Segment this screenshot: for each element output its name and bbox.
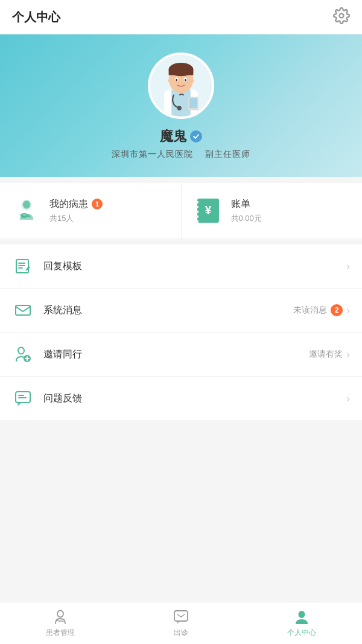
menu-item-reply-template[interactable]: 回复模板 ›: [0, 244, 362, 289]
svg-point-34: [299, 611, 305, 618]
verified-badge: [190, 130, 202, 142]
invite-peer-label: 邀请同行: [43, 348, 299, 361]
patient-tab-icon: [52, 608, 69, 625]
patient-mgmt-tab-label: 患者管理: [46, 628, 75, 638]
svg-point-0: [340, 14, 344, 18]
svg-point-13: [192, 80, 195, 82]
svg-rect-31: [16, 392, 30, 403]
tab-patient-mgmt[interactable]: 患者管理: [0, 602, 121, 644]
edit-icon: [12, 255, 34, 277]
profile-name: 魔鬼: [160, 127, 186, 145]
patient-stat-info: 我的病患 1 共15人: [49, 198, 103, 224]
chevron-icon: ›: [346, 392, 350, 405]
svg-point-32: [57, 611, 63, 617]
svg-rect-15: [189, 98, 197, 108]
invite-peer-right: 邀请有奖 ›: [309, 348, 350, 361]
menu-section: 回复模板 › 系统消息 未读消息 2 ›: [0, 244, 362, 420]
consultation-tab-icon: [173, 608, 189, 625]
patient-icon: [12, 196, 41, 225]
feedback-label: 问题反馈: [43, 392, 337, 405]
profile-subtitle: 深圳市第一人民医院 副主任医师: [112, 149, 250, 160]
svg-text:¥: ¥: [205, 203, 212, 217]
chevron-icon: ›: [346, 348, 350, 361]
chevron-icon: ›: [346, 304, 350, 317]
svg-rect-27: [16, 260, 28, 273]
bill-stat-info: 账单 共0.00元: [231, 198, 262, 224]
svg-point-4: [177, 106, 182, 110]
bill-stat-label: 账单: [231, 198, 250, 211]
svg-rect-24: [196, 215, 198, 218]
settings-button[interactable]: [333, 7, 350, 27]
svg-point-12: [168, 80, 170, 82]
patient-badge: 1: [92, 199, 103, 209]
tab-consultation[interactable]: 出诊: [121, 602, 241, 644]
reply-template-right: ›: [346, 260, 350, 273]
svg-point-11: [185, 79, 186, 81]
unread-badge: 2: [331, 304, 343, 316]
svg-rect-25: [196, 220, 198, 223]
svg-point-29: [18, 348, 24, 354]
tab-profile-center[interactable]: 个人中心: [241, 602, 362, 644]
stats-section: 我的病患 1 共15人 ¥: [0, 183, 362, 238]
menu-item-system-message[interactable]: 系统消息 未读消息 2 ›: [0, 289, 362, 333]
menu-item-feedback[interactable]: 问题反馈 ›: [0, 377, 362, 420]
reply-template-label: 回复模板: [43, 260, 337, 273]
svg-rect-22: [196, 206, 198, 208]
svg-rect-21: [196, 201, 198, 203]
yuan-icon-wrap: ¥: [194, 196, 223, 225]
stat-patients[interactable]: 我的病患 1 共15人: [0, 183, 182, 238]
feedback-icon: [12, 387, 34, 409]
system-message-right: 未读消息 2 ›: [293, 304, 350, 317]
invite-reward-text: 邀请有奖: [309, 349, 343, 360]
profile-tab-icon: [293, 608, 310, 625]
avatar[interactable]: [148, 53, 214, 119]
tab-bar: 患者管理 出诊 个人中心: [0, 602, 362, 644]
svg-rect-23: [196, 211, 198, 213]
header: 个人中心: [0, 0, 362, 34]
menu-item-invite-peer[interactable]: 邀请同行 邀请有奖 ›: [0, 333, 362, 377]
doctor-icon: [12, 343, 34, 365]
unread-text: 未读消息: [293, 305, 327, 316]
profile-tab-label: 个人中心: [287, 628, 316, 638]
mail-icon: [12, 299, 34, 321]
patient-stat-label: 我的病患: [49, 198, 88, 211]
profile-banner: 魔鬼 深圳市第一人民医院 副主任医师: [0, 34, 362, 177]
page-title: 个人中心: [12, 9, 60, 25]
svg-rect-28: [16, 305, 30, 315]
svg-point-10: [176, 79, 177, 81]
feedback-right: ›: [346, 392, 350, 405]
profile-name-row: 魔鬼: [160, 127, 202, 145]
chevron-icon: ›: [346, 260, 350, 273]
svg-rect-33: [174, 611, 188, 621]
stat-bill[interactable]: ¥ 账单 共0.00元: [182, 183, 363, 238]
svg-rect-7: [169, 69, 194, 75]
system-message-label: 系统消息: [43, 304, 284, 317]
consultation-tab-label: 出诊: [174, 628, 188, 638]
patient-stat-count: 共15人: [49, 213, 103, 224]
bill-stat-count: 共0.00元: [231, 213, 262, 224]
svg-point-18: [23, 201, 30, 209]
